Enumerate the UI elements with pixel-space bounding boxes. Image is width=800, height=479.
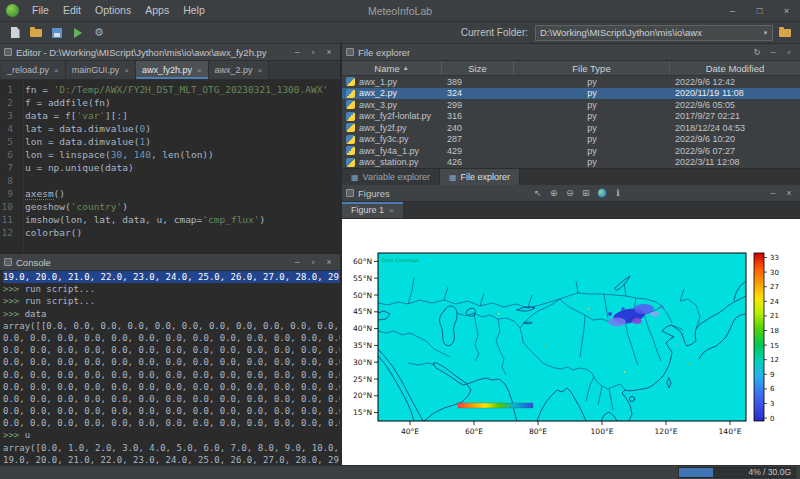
menu-help[interactable]: Help (176, 0, 212, 21)
dropdown-arrow-icon[interactable]: ▼ (759, 26, 772, 40)
code-line[interactable]: 2f = addfile(fn) (0, 96, 340, 109)
memory-usage-fill (679, 468, 713, 477)
close-tab-icon[interactable]: × (54, 66, 59, 75)
editor-tab-_reload.py[interactable]: _reload.py× (1, 61, 66, 79)
full-extent-icon[interactable] (594, 186, 609, 200)
file-table-header: Name ▲ Size File Type Date Modified (342, 61, 800, 76)
file-table: awx_1.py389py2022/9/6 12:42awx_2.py324py… (342, 76, 800, 168)
zoom-out-icon[interactable]: ⊖ (562, 186, 577, 200)
menu-apps[interactable]: Apps (138, 0, 176, 21)
panel-float-icon[interactable]: ▫ (782, 46, 796, 59)
file-row-awx_3.py[interactable]: awx_3.py299py2022/9/6 05:05 (342, 99, 800, 111)
settings-icon[interactable]: ⚙ (90, 24, 108, 42)
code-line[interactable]: 6lon = linspace(30, 140, len(lon)) (0, 148, 340, 161)
panel-close-icon[interactable]: × (322, 46, 336, 59)
code-line[interactable]: 1fn = 'D:/Temp/AWX/FY2H_DST_MLT_OTG_2023… (0, 83, 340, 96)
svg-text:30: 30 (770, 269, 779, 277)
map-annotation: Dust Coverage (382, 257, 419, 264)
close-tab-icon[interactable]: × (258, 66, 263, 75)
close-button[interactable]: × (773, 0, 800, 21)
panel-close-icon[interactable]: × (782, 187, 796, 200)
line-number: 3 (0, 109, 18, 122)
code-line[interactable]: 7u = np.unique(data) (0, 161, 340, 174)
file-row-awx_fy2f.py[interactable]: awx_fy2f.py240py2018/12/24 04:53 (342, 122, 800, 134)
file-row-awx_fy3c.py[interactable]: awx_fy3c.py287py2022/9/6 10:20 (342, 134, 800, 146)
code-line[interactable]: 9axesm() (0, 187, 340, 200)
file-row-awx_station.py[interactable]: awx_station.py426py2022/3/11 12:08 (342, 157, 800, 169)
column-header-name[interactable]: Name ▲ (342, 61, 442, 75)
panel-float-icon[interactable]: ▫ (306, 256, 320, 269)
line-number: 12 (0, 226, 18, 239)
close-tab-icon[interactable]: × (389, 206, 394, 215)
figure-tab-figure-1[interactable]: Figure 1× (342, 202, 403, 218)
svg-text:0: 0 (770, 415, 774, 423)
current-folder-combobox[interactable]: D:\Working\MIScript\Jython\mis\io\awx ▼ (535, 25, 773, 41)
panel-close-icon[interactable]: × (322, 256, 336, 269)
save-icon[interactable] (48, 24, 66, 42)
run-script-icon[interactable] (69, 24, 87, 42)
code-editor[interactable]: 1fn = 'D:/Temp/AWX/FY2H_DST_MLT_OTG_2023… (0, 80, 340, 252)
browse-folder-button[interactable] (776, 24, 794, 42)
open-file-icon[interactable] (27, 24, 45, 42)
close-tab-icon[interactable]: × (197, 66, 202, 75)
code-line[interactable]: 3data = f['var'][:] (0, 109, 340, 122)
colorbar-labels: 33302724211815129630 (764, 254, 779, 423)
menu-edit[interactable]: Edit (56, 0, 88, 21)
panel-minimize-icon[interactable]: – (766, 187, 780, 200)
zoom-in-icon[interactable]: ⊕ (546, 186, 561, 200)
panel-float-icon[interactable]: ▫ (306, 46, 320, 59)
panel-minimize-icon[interactable]: – (290, 256, 304, 269)
folder-icon (779, 29, 791, 37)
file-row-awx_2.py[interactable]: awx_2.py324py2020/11/19 11:08 (342, 88, 800, 100)
panel-tab-file-explorer[interactable]: ▦File explorer (440, 169, 520, 185)
console-line: 0.0, 0.0, 0.0, 0.0, 0.0, 0.0, 0.0, 0.0, … (3, 381, 340, 393)
code-line[interactable]: 8 (0, 174, 340, 187)
close-tab-icon[interactable]: × (124, 66, 129, 75)
code-line[interactable]: 12colorbar() (0, 226, 340, 239)
select-icon[interactable]: ↖ (530, 186, 545, 200)
figure-canvas[interactable]: Dust Coverage 40°E60°E80°E100°E120°E140°… (342, 219, 800, 465)
console-line: 0.0, 0.0, 0.0, 0.0, 0.0, 0.0, 0.0, 0.0, … (3, 393, 340, 405)
svg-text:40°N: 40°N (353, 324, 372, 333)
code-line[interactable]: 5lon = data.dimvalue(1) (0, 135, 340, 148)
column-header-file-type[interactable]: File Type (514, 61, 670, 75)
editor-tab-awx_fy2h.py[interactable]: awx_fy2h.py× (136, 61, 209, 79)
file-row-awx_fy4a_1.py[interactable]: awx_fy4a_1.py429py2022/9/6 07:27 (342, 145, 800, 157)
python-file-icon (346, 89, 355, 98)
console-panel: Console – ▫ × 19.0, 20.0, 21.0, 22.0, 23… (0, 254, 340, 465)
console-line: >>> data (3, 308, 340, 320)
column-header-date-modified[interactable]: Date Modified (670, 61, 800, 75)
menu-options[interactable]: Options (88, 0, 138, 21)
svg-text:24: 24 (770, 298, 779, 306)
colorbar: 33302724211815129630 (754, 253, 779, 423)
minimize-button[interactable]: – (719, 0, 746, 21)
pan-icon[interactable]: ⊞ (578, 186, 593, 200)
tab-label: mainGUI.py (72, 65, 120, 75)
editor-tab-mainGUI.py[interactable]: mainGUI.py× (66, 61, 136, 79)
code-line[interactable]: 11imshow(lon, lat, data, u, cmap='cmp_fl… (0, 213, 340, 226)
code-line[interactable]: 10geoshow('country') (0, 200, 340, 213)
refresh-icon[interactable]: ↻ (750, 46, 764, 59)
window-controls: – □ × (719, 0, 800, 21)
maximize-button[interactable]: □ (746, 0, 773, 21)
settings-glyph: ⚙ (94, 26, 104, 39)
line-number: 4 (0, 122, 18, 135)
panel-minimize-icon[interactable]: – (290, 46, 304, 59)
panel-minimize-icon[interactable]: – (766, 46, 780, 59)
console-line: 0.0, 0.0, 0.0, 0.0, 0.0, 0.0, 0.0, 0.0, … (3, 344, 340, 356)
editor-tab-awx_2.py[interactable]: awx_2.py× (209, 61, 270, 79)
identify-icon[interactable]: ℹ (610, 186, 625, 200)
code-line[interactable]: 4lat = data.dimvalue(0) (0, 122, 340, 135)
menu-file[interactable]: File (25, 0, 56, 21)
map-figure[interactable]: Dust Coverage 40°E60°E80°E100°E120°E140°… (342, 219, 798, 465)
new-script-glyph (11, 27, 20, 38)
svg-text:27: 27 (770, 283, 779, 291)
file-row-awx_fy2f-lonlat.py[interactable]: awx_fy2f-lonlat.py316py2017/9/27 02:21 (342, 111, 800, 123)
console-output[interactable]: 19.0, 20.0, 21.0, 22.0, 23.0, 24.0, 25.0… (0, 271, 340, 465)
figures-panel: Figures ↖⊕⊖⊞ℹ – × Figure 1× (342, 185, 800, 465)
new-script-icon[interactable] (6, 24, 24, 42)
memory-usage-bar[interactable]: 4% / 30.0G (678, 467, 796, 478)
panel-tab-variable-explorer[interactable]: ▦Variable explorer (342, 169, 440, 185)
column-header-size[interactable]: Size (442, 61, 514, 75)
file-row-awx_1.py[interactable]: awx_1.py389py2022/9/6 12:42 (342, 76, 800, 88)
